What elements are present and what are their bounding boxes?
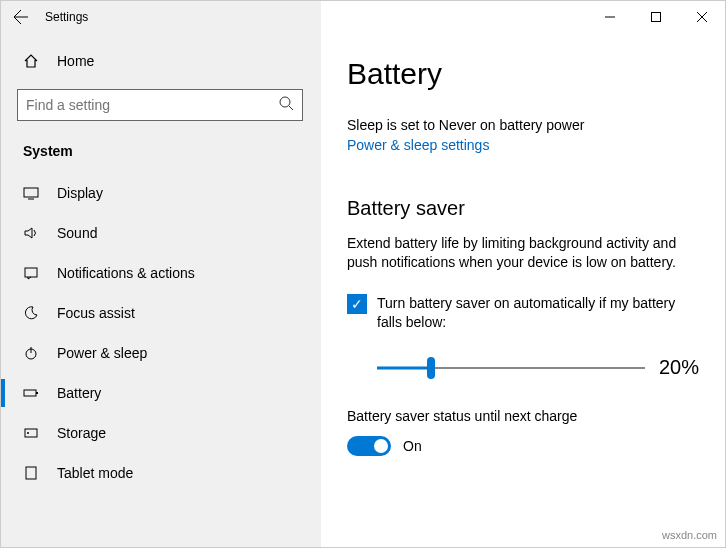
titlebar: Settings bbox=[1, 1, 725, 33]
nav-power-sleep[interactable]: Power & sleep bbox=[17, 333, 321, 373]
nav-sound[interactable]: Sound bbox=[17, 213, 321, 253]
nav-focus-assist[interactable]: Focus assist bbox=[17, 293, 321, 333]
home-nav[interactable]: Home bbox=[17, 43, 321, 79]
power-icon bbox=[23, 345, 39, 361]
svg-line-5 bbox=[289, 106, 293, 110]
svg-rect-12 bbox=[36, 392, 38, 394]
nav-label: Focus assist bbox=[57, 305, 135, 321]
nav-display[interactable]: Display bbox=[17, 173, 321, 213]
nav-label: Sound bbox=[57, 225, 97, 241]
tablet-icon bbox=[23, 465, 39, 481]
nav-label: Battery bbox=[57, 385, 101, 401]
search-icon bbox=[278, 95, 294, 115]
saver-toggle-state: On bbox=[403, 438, 422, 454]
svg-rect-15 bbox=[26, 467, 36, 479]
moon-icon bbox=[23, 305, 39, 321]
svg-rect-6 bbox=[24, 188, 38, 197]
threshold-slider[interactable] bbox=[377, 356, 645, 380]
battery-icon bbox=[23, 385, 39, 401]
home-label: Home bbox=[57, 53, 94, 69]
minimize-button[interactable] bbox=[587, 1, 633, 33]
nav-label: Display bbox=[57, 185, 103, 201]
auto-saver-label: Turn battery saver on automatically if m… bbox=[377, 294, 699, 332]
saver-toggle[interactable] bbox=[347, 436, 391, 456]
saver-description: Extend battery life by limiting backgrou… bbox=[347, 234, 699, 272]
sleep-info: Sleep is set to Never on battery power bbox=[347, 117, 699, 133]
sidebar: Home System Display Sound Notifications … bbox=[1, 33, 321, 547]
maximize-button[interactable] bbox=[633, 1, 679, 33]
saver-toggle-row: On bbox=[347, 436, 699, 456]
svg-rect-1 bbox=[652, 13, 661, 22]
window-title: Settings bbox=[45, 10, 88, 24]
threshold-percent: 20% bbox=[659, 356, 699, 379]
back-button[interactable] bbox=[1, 1, 41, 33]
svg-point-4 bbox=[280, 97, 290, 107]
status-until-charge-label: Battery saver status until next charge bbox=[347, 408, 699, 424]
page-heading: Battery bbox=[347, 57, 699, 91]
notifications-icon bbox=[23, 265, 39, 281]
svg-rect-8 bbox=[25, 268, 37, 277]
display-icon bbox=[23, 185, 39, 201]
storage-icon bbox=[23, 425, 39, 441]
nav-label: Power & sleep bbox=[57, 345, 147, 361]
nav-label: Storage bbox=[57, 425, 106, 441]
svg-rect-13 bbox=[25, 429, 37, 437]
auto-saver-checkbox-row[interactable]: ✓ Turn battery saver on automatically if… bbox=[347, 294, 699, 332]
nav-storage[interactable]: Storage bbox=[17, 413, 321, 453]
svg-rect-11 bbox=[24, 390, 36, 396]
search-input[interactable] bbox=[26, 97, 278, 113]
slider-fill bbox=[377, 366, 431, 369]
nav-label: Tablet mode bbox=[57, 465, 133, 481]
close-button[interactable] bbox=[679, 1, 725, 33]
nav-notifications[interactable]: Notifications & actions bbox=[17, 253, 321, 293]
search-box[interactable] bbox=[17, 89, 303, 121]
watermark: wsxdn.com bbox=[662, 529, 717, 541]
power-sleep-link[interactable]: Power & sleep settings bbox=[347, 137, 699, 153]
nav-battery[interactable]: Battery bbox=[17, 373, 321, 413]
checkbox-checked-icon[interactable]: ✓ bbox=[347, 294, 367, 314]
nav-tablet-mode[interactable]: Tablet mode bbox=[17, 453, 321, 493]
svg-point-14 bbox=[27, 432, 29, 434]
nav-label: Notifications & actions bbox=[57, 265, 195, 281]
sound-icon bbox=[23, 225, 39, 241]
saver-heading: Battery saver bbox=[347, 197, 699, 220]
section-heading: System bbox=[17, 139, 321, 173]
slider-thumb[interactable] bbox=[427, 357, 435, 379]
content-pane: Battery Sleep is set to Never on battery… bbox=[321, 33, 725, 547]
home-icon bbox=[23, 53, 39, 69]
threshold-slider-row: 20% bbox=[347, 356, 699, 380]
